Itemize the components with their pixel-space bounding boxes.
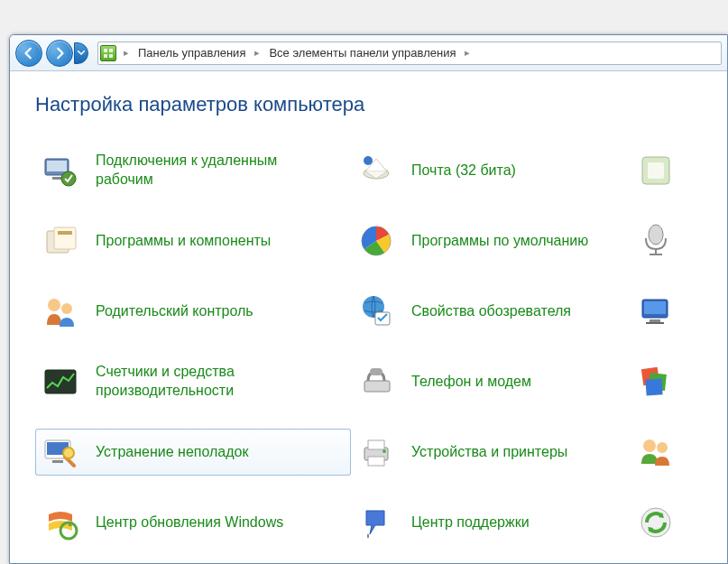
svg-rect-38 (368, 440, 384, 449)
svg-rect-0 (104, 49, 107, 52)
item-default-programs[interactable]: Программы по умолчанию (351, 217, 640, 264)
svg-point-20 (61, 303, 72, 314)
item-label: Подключения к удаленным рабочим (96, 152, 294, 190)
item-label: Телефон и модем (411, 373, 531, 392)
svg-rect-26 (646, 322, 664, 324)
back-button[interactable] (15, 40, 42, 67)
item-label: Почта (32 бита) (411, 162, 516, 180)
sync-icon (637, 504, 675, 541)
item-label: Родительский контроль (96, 302, 253, 321)
devices-printers-icon (357, 433, 395, 471)
action-center-icon (357, 504, 395, 541)
chevron-down-icon (78, 51, 85, 55)
content-area: Настройка параметров компьютера Подключе… (10, 71, 727, 562)
recent-locations-button[interactable] (74, 42, 88, 64)
item-performance[interactable]: Счетчики и средства производительности (35, 358, 351, 405)
breadcrumb-separator[interactable]: ▸ (251, 47, 263, 59)
svg-rect-35 (52, 460, 63, 463)
svg-rect-29 (370, 368, 382, 375)
arrow-left-icon (23, 47, 35, 60)
svg-point-16 (649, 225, 663, 245)
svg-rect-1 (109, 49, 113, 52)
page-title: Настройка параметров компьютера (35, 93, 711, 116)
item-partial-5[interactable] (640, 429, 712, 476)
svg-point-9 (364, 156, 373, 165)
navigation-bar: ▸ Панель управления ▸ Все элементы панел… (10, 35, 727, 71)
item-label: Счетчики и средства производительности (96, 363, 294, 401)
item-windows-update[interactable]: Центр обновления Windows (35, 499, 351, 546)
address-bar[interactable]: ▸ Панель управления ▸ Все элементы панел… (97, 42, 722, 65)
item-partial-3[interactable] (640, 288, 712, 335)
performance-icon (41, 363, 79, 401)
item-parental-control[interactable]: Родительский контроль (35, 288, 351, 335)
svg-point-41 (643, 439, 656, 452)
item-label: Устранение неполадок (96, 443, 248, 462)
phone-modem-icon (357, 363, 395, 401)
item-phone-modem[interactable]: Телефон и модем (351, 358, 640, 405)
item-label: Программы по умолчанию (411, 232, 588, 251)
svg-rect-32 (645, 378, 662, 395)
svg-rect-39 (368, 457, 384, 466)
svg-rect-2 (104, 54, 107, 58)
remote-desktop-icon (41, 152, 79, 190)
item-partial-2[interactable] (640, 217, 712, 264)
item-devices-printers[interactable]: Устройства и принтеры (351, 429, 640, 476)
arrow-right-icon (53, 47, 66, 60)
item-label: Свойства обозревателя (411, 302, 571, 321)
programs-icon (41, 222, 79, 260)
internet-options-icon (357, 292, 395, 330)
item-action-center[interactable]: Центр поддержки (351, 499, 640, 546)
control-panel-icon (100, 45, 116, 61)
default-programs-icon (357, 222, 395, 260)
breadcrumb-item-control-panel[interactable]: Панель управления (136, 44, 247, 61)
item-partial-1[interactable] (640, 147, 712, 194)
control-panel-window: ▸ Панель управления ▸ Все элементы панел… (9, 34, 728, 564)
windows-update-icon (41, 504, 79, 541)
svg-rect-24 (644, 301, 666, 314)
breadcrumb-separator[interactable]: ▸ (461, 47, 474, 59)
microphone-icon (637, 222, 675, 260)
svg-rect-14 (58, 231, 72, 235)
item-troubleshooting[interactable]: Устранение неполадок (35, 429, 351, 476)
breadcrumb-item-all-items[interactable]: Все элементы панели управления (267, 44, 457, 61)
svg-point-42 (657, 442, 668, 453)
svg-point-36 (63, 448, 74, 458)
item-remote-desktop[interactable]: Подключения к удаленным рабочим (35, 147, 351, 194)
system-icon (637, 292, 675, 330)
troubleshooting-icon (41, 433, 79, 471)
mail-icon (357, 152, 395, 190)
gadget-icon (637, 152, 675, 190)
user-accounts-icon (637, 433, 675, 471)
forward-button[interactable] (46, 40, 73, 67)
item-mail[interactable]: Почта (32 бита) (351, 147, 640, 194)
item-programs-features[interactable]: Программы и компоненты (35, 217, 351, 264)
svg-point-19 (48, 299, 60, 311)
svg-rect-3 (109, 54, 113, 58)
item-partial-4[interactable] (640, 358, 712, 405)
item-internet-options[interactable]: Свойства обозревателя (351, 288, 640, 335)
svg-point-40 (382, 449, 386, 453)
parental-control-icon (41, 292, 79, 330)
svg-rect-11 (648, 162, 664, 179)
breadcrumb-separator[interactable]: ▸ (120, 47, 133, 59)
item-label: Устройства и принтеры (411, 443, 567, 462)
item-label: Центр поддержки (411, 513, 530, 532)
item-label: Центр обновления Windows (96, 513, 283, 532)
item-partial-6[interactable] (640, 499, 712, 546)
svg-rect-13 (54, 227, 76, 249)
svg-rect-28 (364, 381, 390, 392)
color-management-icon (637, 363, 675, 401)
item-label: Программы и компоненты (96, 232, 271, 251)
svg-rect-6 (52, 177, 61, 180)
svg-rect-5 (47, 161, 67, 171)
svg-rect-25 (650, 319, 660, 322)
items-grid: Подключения к удаленным рабочим Почта (3… (35, 147, 711, 546)
